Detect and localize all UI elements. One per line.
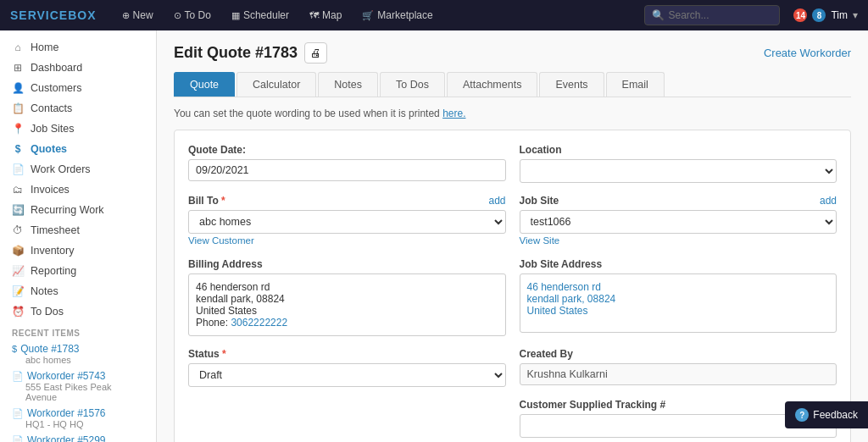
search-input[interactable] xyxy=(668,9,770,21)
print-button[interactable]: 🖨 xyxy=(304,42,327,64)
sidebar-item-work-orders[interactable]: 📄 Work Orders xyxy=(0,159,156,180)
sidebar-item-recurring-work[interactable]: 🔄 Recurring Work xyxy=(0,200,156,220)
status-col: Status * Draft Sent Approved Declined Ex… xyxy=(188,348,506,387)
user-area: 14 8 Tim ▾ xyxy=(793,8,858,22)
tab-todos[interactable]: To Dos xyxy=(380,72,445,97)
recent-item-q1783[interactable]: $Quote #1783 abc homes xyxy=(0,340,156,367)
sidebar-label-todos: To Dos xyxy=(31,306,64,318)
nav-todo[interactable]: ⊙ To Do xyxy=(165,6,220,25)
location-select[interactable] xyxy=(520,159,837,183)
sidebar-item-notes[interactable]: 📝 Notes xyxy=(0,281,156,301)
recent-wo-icon: 📄 xyxy=(12,371,24,382)
phone-link[interactable]: 3062222222 xyxy=(231,317,287,329)
recent-items-header: RECENT ITEMS xyxy=(0,322,156,340)
view-customer-link[interactable]: View Customer xyxy=(188,235,254,246)
location-label: Location xyxy=(520,144,837,156)
sidebar-item-timesheet[interactable]: ⏱ Timesheet xyxy=(0,220,156,240)
sidebar-item-contacts[interactable]: 📋 Contacts xyxy=(0,98,156,119)
job-site-col: Job Site add test1066 View Site xyxy=(520,195,837,246)
quote-date-label: Quote Date: xyxy=(188,144,506,156)
view-site-link[interactable]: View Site xyxy=(520,235,560,246)
invoices-icon: 🗂 xyxy=(12,184,24,196)
work-orders-icon: 📄 xyxy=(12,163,24,175)
recent-wo-icon-2: 📄 xyxy=(12,408,24,419)
sidebar-item-job-sites[interactable]: 📍 Job Sites xyxy=(0,119,156,139)
form-note-link[interactable]: here. xyxy=(442,108,465,119)
timesheet-icon: ⏱ xyxy=(12,224,24,236)
sidebar-label-quotes: Quotes xyxy=(31,143,67,155)
sidebar-item-quotes[interactable]: $ Quotes xyxy=(0,139,156,159)
status-label: Status * xyxy=(188,348,506,360)
sidebar-item-inventory[interactable]: 📦 Inventory xyxy=(0,240,156,261)
tab-calculator[interactable]: Calculator xyxy=(236,72,316,97)
nav-new-label: New xyxy=(133,9,153,21)
tabs-bar: Quote Calculator Notes To Dos Attachment… xyxy=(174,72,851,97)
job-site-add-link[interactable]: add xyxy=(820,195,837,207)
form-row-4: Status * Draft Sent Approved Declined Ex… xyxy=(188,348,837,387)
billing-address-col: Billing Address 46 henderson rd kendall … xyxy=(188,258,506,336)
job-site-address-label: Job Site Address xyxy=(520,258,837,270)
tab-attachments[interactable]: Attachments xyxy=(447,72,537,97)
todos-icon: ⏰ xyxy=(12,306,24,318)
bill-to-required: * xyxy=(219,195,225,207)
job-site-address-col: Job Site Address 46 henderson rd kendall… xyxy=(520,258,837,336)
bill-to-add-link[interactable]: add xyxy=(488,195,505,207)
search-icon: 🔍 xyxy=(652,9,665,21)
bill-to-label: Bill To * add xyxy=(188,195,506,207)
bill-to-select[interactable]: abc homes xyxy=(188,210,506,234)
recent-quote-icon: $ xyxy=(12,344,17,354)
feedback-button[interactable]: ? Feedback xyxy=(785,401,868,428)
billing-addr-line1: 46 henderson rd xyxy=(196,281,498,293)
created-by-input xyxy=(520,363,837,385)
recent-item-w5299[interactable]: 📄Workorder #5299 2228 Angus Street xyxy=(0,432,156,442)
customers-icon: 👤 xyxy=(12,82,24,94)
recent-item-w5743[interactable]: 📄Workorder #5743 555 East Pikes Peak Ave… xyxy=(0,367,156,405)
status-select[interactable]: Draft Sent Approved Declined Expired xyxy=(188,363,506,387)
nav-scheduler-label: Scheduler xyxy=(243,9,289,21)
sidebar-item-home[interactable]: ⌂ Home xyxy=(0,37,156,58)
page-title-area: Edit Quote #1783 🖨 xyxy=(174,42,327,64)
nav-new[interactable]: ⊕ New xyxy=(114,6,162,25)
recent-w1576-title: Workorder #1576 xyxy=(27,407,106,419)
sidebar-item-invoices[interactable]: 🗂 Invoices xyxy=(0,180,156,200)
job-site-addr-line1[interactable]: 46 henderson rd xyxy=(527,281,830,293)
dashboard-icon: ⊞ xyxy=(12,62,24,74)
page-header: Edit Quote #1783 🖨 Create Workorder xyxy=(174,42,851,64)
tab-quote[interactable]: Quote xyxy=(174,72,235,97)
job-site-addr-line3[interactable]: United States xyxy=(527,305,830,317)
tracking-empty-col xyxy=(188,399,506,438)
created-by-col: Created By xyxy=(520,348,837,387)
search-area: 🔍 14 8 Tim ▾ xyxy=(644,5,858,25)
form-row-5: Customer Supplied Tracking # xyxy=(188,399,837,438)
tab-email[interactable]: Email xyxy=(606,72,665,97)
job-site-addr-line2[interactable]: kendall park, 08824 xyxy=(527,293,830,305)
tab-notes[interactable]: Notes xyxy=(318,72,378,97)
recent-w5743-title: Workorder #5743 xyxy=(27,370,106,382)
nav-marketplace-label: Marketplace xyxy=(377,9,432,21)
nav-map[interactable]: 🗺 Map xyxy=(301,6,350,25)
sidebar-item-customers[interactable]: 👤 Customers xyxy=(0,78,156,98)
quote-date-input[interactable] xyxy=(188,159,506,181)
recent-item-w1576[interactable]: 📄Workorder #1576 HQ1 - HQ HQ xyxy=(0,405,156,432)
billing-address-label: Billing Address xyxy=(188,258,506,270)
status-required: * xyxy=(220,348,226,360)
new-icon: ⊕ xyxy=(122,10,130,21)
sidebar-item-dashboard[interactable]: ⊞ Dashboard xyxy=(0,58,156,78)
form-note: You can set the quote wording to be used… xyxy=(174,108,851,119)
sidebar-item-todos[interactable]: ⏰ To Dos xyxy=(0,301,156,322)
nav-scheduler[interactable]: ▦ Scheduler xyxy=(223,6,298,25)
search-box[interactable]: 🔍 xyxy=(644,5,780,25)
phone-label: Phone: xyxy=(196,317,228,329)
job-site-select[interactable]: test1066 xyxy=(520,210,837,234)
create-workorder-link[interactable]: Create Workorder xyxy=(764,47,851,59)
notification-badge-1[interactable]: 14 xyxy=(793,8,807,22)
inventory-icon: 📦 xyxy=(12,245,24,257)
feedback-icon: ? xyxy=(795,408,809,422)
contacts-icon: 📋 xyxy=(12,102,24,114)
sidebar-item-reporting[interactable]: 📈 Reporting xyxy=(0,261,156,281)
notification-badge-2[interactable]: 8 xyxy=(812,8,826,22)
nav-marketplace[interactable]: 🛒 Marketplace xyxy=(353,6,441,25)
user-chevron-icon: ▾ xyxy=(853,9,858,21)
quote-date-col: Quote Date: xyxy=(188,144,506,183)
tab-events[interactable]: Events xyxy=(539,72,604,97)
